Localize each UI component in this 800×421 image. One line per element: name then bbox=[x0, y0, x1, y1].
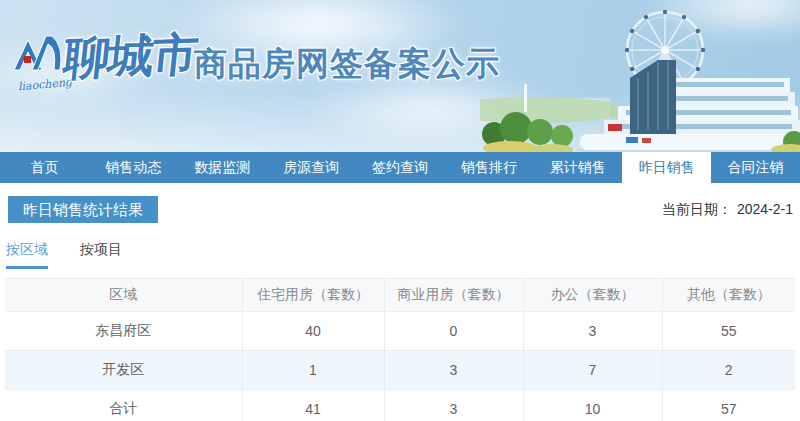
value-cell: 1 bbox=[242, 351, 384, 390]
table-row-total: 合计4131057 bbox=[5, 390, 795, 421]
nav-item[interactable]: 房源查询 bbox=[267, 152, 356, 183]
table-header-cell: 住宅用房（套数） bbox=[242, 279, 384, 312]
value-cell: 3 bbox=[523, 312, 662, 351]
current-date-value: 2024-2-1 bbox=[737, 201, 793, 217]
value-cell: 40 bbox=[242, 312, 384, 351]
value-cell: 3 bbox=[384, 351, 523, 390]
view-tabs: 按区域按项目 bbox=[6, 241, 154, 269]
nav-item[interactable]: 合同注销 bbox=[711, 152, 800, 183]
value-cell: 55 bbox=[662, 312, 795, 351]
nav-item[interactable]: 数据监测 bbox=[178, 152, 267, 183]
table-header-cell: 区域 bbox=[5, 279, 242, 312]
tab-by-project[interactable]: 按项目 bbox=[80, 241, 122, 269]
region-cell: 东昌府区 bbox=[5, 312, 242, 351]
table-header-cell: 其他（套数） bbox=[662, 279, 795, 312]
page: liaocheng 聊城市 商品房网签备案公示 首页销售动态数据监测房源查询签约… bbox=[0, 0, 800, 421]
table-header-row: 区域住宅用房（套数）商业用房（套数）办公（套数）其他（套数） bbox=[5, 279, 795, 312]
value-cell: 2 bbox=[662, 351, 795, 390]
table-header-cell: 商业用房（套数） bbox=[384, 279, 523, 312]
site-title: 商品房网签备案公示 bbox=[194, 42, 500, 87]
section-title-badge: 昨日销售统计结果 bbox=[8, 196, 158, 223]
nav-item[interactable]: 昨日销售 bbox=[622, 152, 711, 183]
region-cell: 合计 bbox=[5, 390, 242, 421]
nav-item[interactable]: 首页 bbox=[0, 152, 89, 183]
site-banner: liaocheng 聊城市 商品房网签备案公示 bbox=[0, 0, 800, 152]
sales-table: 区域住宅用房（套数）商业用房（套数）办公（套数）其他（套数） 东昌府区40035… bbox=[5, 278, 795, 421]
table-header-cell: 办公（套数） bbox=[523, 279, 662, 312]
region-cell: 开发区 bbox=[5, 351, 242, 390]
value-cell: 7 bbox=[523, 351, 662, 390]
value-cell: 3 bbox=[384, 390, 523, 421]
value-cell: 10 bbox=[523, 390, 662, 421]
table-body: 东昌府区400355开发区1372合计4131057 bbox=[5, 312, 795, 421]
current-date-label: 当前日期： bbox=[662, 201, 732, 217]
value-cell: 0 bbox=[384, 312, 523, 351]
logo-m-icon bbox=[12, 32, 66, 78]
shoreline bbox=[480, 84, 630, 123]
banner-scenery-illustration bbox=[480, 0, 800, 152]
value-cell: 57 bbox=[662, 390, 795, 421]
nav-item[interactable]: 销售动态 bbox=[89, 152, 178, 183]
value-cell: 41 bbox=[242, 390, 384, 421]
table-row: 东昌府区400355 bbox=[5, 312, 795, 351]
nav-item[interactable]: 累计销售 bbox=[533, 152, 622, 183]
city-name: 聊城市 bbox=[60, 24, 199, 91]
tab-by-region[interactable]: 按区域 bbox=[6, 241, 48, 269]
nav-item[interactable]: 销售排行 bbox=[444, 152, 533, 183]
nav-item[interactable]: 签约查询 bbox=[356, 152, 445, 183]
current-date: 当前日期：2024-2-1 bbox=[662, 201, 793, 219]
main-nav: 首页销售动态数据监测房源查询签约查询销售排行累计销售昨日销售合同注销 bbox=[0, 152, 800, 183]
table-row: 开发区1372 bbox=[5, 351, 795, 390]
